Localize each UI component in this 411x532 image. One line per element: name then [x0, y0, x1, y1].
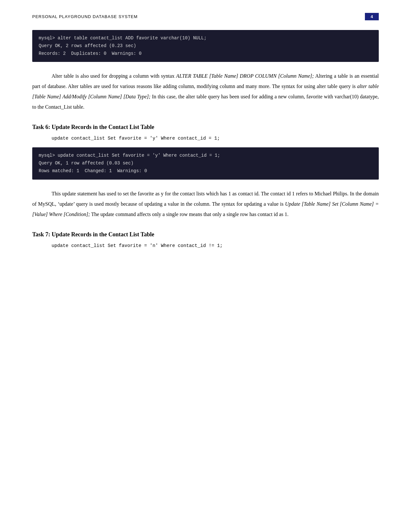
- code-line-2: Query OK, 2 rows affected (0.23 sec): [39, 42, 372, 50]
- code-block-alter-table: mysql> alter table contact_list ADD favo…: [32, 30, 379, 62]
- paragraph-update: This update statement has used to set th…: [32, 189, 379, 220]
- header-title: PERSONAL PLAYGROUND DATABASE SYSTEM: [32, 14, 138, 19]
- task6-heading: Task 6: Update Records in the Contact Li…: [32, 124, 379, 131]
- task7-heading: Task 7: Update Records in the Contact Li…: [32, 231, 379, 238]
- page: PERSONAL PLAYGROUND DATABASE SYSTEM 4 my…: [0, 0, 411, 532]
- para2-end: The update command affects only a single…: [90, 212, 289, 217]
- code-line-3: Records: 2 Duplicates: 0 Warnings: 0: [39, 50, 372, 58]
- page-number: 4: [365, 13, 379, 20]
- paragraph-1-text: Alter table is also used for dropping a …: [32, 71, 379, 112]
- para1-italic1: ALTER TABLE [Table Name] DROP COLUMN [Co…: [176, 73, 314, 79]
- para1-before-italic: Alter table is also used for dropping a …: [52, 73, 176, 79]
- code2-line-2: Query OK, 1 row affected (0.03 sec): [39, 160, 372, 167]
- task7-query: update contact_list Set favorite = 'n' W…: [52, 243, 379, 248]
- code2-line-1: mysql> update contact_list Set favorite …: [39, 152, 372, 160]
- code2-line-3: Rows matched: 1 Changed: 1 Warnings: 0: [39, 167, 372, 175]
- code-line-1: mysql> alter table contact_list ADD favo…: [39, 34, 372, 42]
- page-header: PERSONAL PLAYGROUND DATABASE SYSTEM 4: [32, 13, 379, 20]
- task6-query: update contact_list Set favorite = 'y' W…: [52, 136, 379, 141]
- paragraph-2-text: This update statement has used to set th…: [32, 189, 379, 220]
- code-block-update: mysql> update contact_list Set favorite …: [32, 147, 379, 179]
- paragraph-alter-table: Alter table is also used for dropping a …: [32, 71, 379, 112]
